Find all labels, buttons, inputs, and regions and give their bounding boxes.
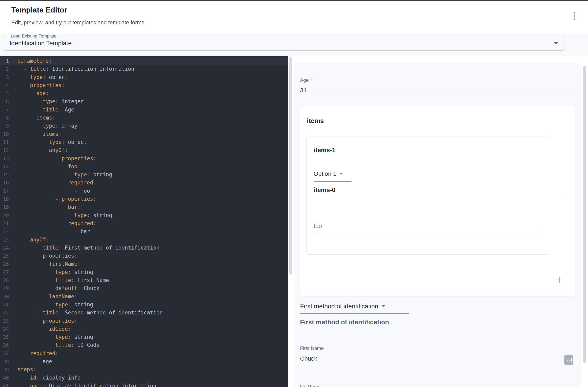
code-line[interactable]: 5 age: (0, 90, 288, 97)
code-line[interactable]: 31 type: string (0, 301, 288, 309)
kebab-menu-icon (574, 12, 575, 14)
code-line[interactable]: 4 properties: (0, 81, 288, 90)
age-field-label: Age * (300, 77, 312, 83)
array-item-title: items-1 (314, 147, 336, 154)
code-line[interactable]: 25 properties: (0, 252, 288, 260)
code-line[interactable]: 40 - id: display-info (0, 374, 288, 382)
code-line[interactable]: 33 properties: (0, 317, 288, 325)
code-line[interactable]: 29 default: Chuck (0, 284, 288, 292)
chevron-down-icon (339, 173, 343, 175)
age-input[interactable] (300, 85, 576, 96)
code-line[interactable]: 23 anyOf: (0, 236, 288, 244)
code-line[interactable]: 28 title: First Name (0, 276, 288, 284)
add-item-button[interactable] (554, 274, 565, 285)
page-title: Template Editor (11, 6, 67, 14)
code-line[interactable]: 9 type: array (0, 122, 288, 130)
anyof-option-value: Option 1 (314, 170, 336, 177)
identification-method-underline (300, 313, 409, 314)
code-line[interactable]: 27 type: string (0, 268, 288, 276)
code-line[interactable]: 38 - age (0, 358, 288, 366)
items-card-title: items (307, 117, 324, 125)
code-line[interactable]: 17 - foo (0, 187, 288, 195)
code-line[interactable]: 16 required: (0, 179, 288, 187)
code-line[interactable]: 32 - title: Second method of identificat… (0, 309, 288, 317)
code-line[interactable]: 36 title: ID Code (0, 341, 288, 349)
last-name-label: lastName (300, 384, 320, 387)
editor-scrollbar[interactable] (288, 56, 294, 387)
page-scrollbar-thumb[interactable] (583, 66, 586, 363)
code-line[interactable]: 10 items: (0, 130, 288, 138)
template-editor-page: Template Editor Edit, preview, and try o… (0, 0, 588, 387)
code-line[interactable]: 2 - title: Identification Information (0, 65, 288, 73)
remove-item-button[interactable] (557, 192, 569, 204)
first-name-label: First Name (300, 346, 324, 351)
code-editor-lines: 1parameters:2 - title: Identification In… (0, 57, 288, 387)
code-line[interactable]: 39steps: (0, 366, 288, 374)
yaml-code-editor[interactable]: 1parameters:2 - title: Identification In… (0, 56, 288, 387)
identification-method-heading: First method of identification (300, 318, 389, 326)
load-template-value: Identification Template (9, 40, 72, 47)
code-line[interactable]: 26 firstName: (0, 260, 288, 268)
code-line[interactable]: 15 type: string (0, 171, 288, 179)
code-line[interactable]: 30 lastName: (0, 293, 288, 301)
array-item-card: items-1 Option 1 items-0 (307, 136, 549, 254)
minus-icon (561, 198, 565, 198)
code-line[interactable]: 13 - properties: (0, 155, 288, 163)
code-line[interactable]: 1parameters: (0, 57, 288, 65)
load-template-label: Load Existing Template (9, 34, 58, 39)
code-line[interactable]: 14 foo: (0, 163, 288, 171)
code-line[interactable]: 35 type: string (0, 333, 288, 341)
page-subtitle: Edit, preview, and try out templates and… (11, 19, 144, 26)
code-line[interactable]: 3 type: object (0, 73, 288, 81)
identification-method-value: First method of identification (300, 303, 378, 310)
items-array-card: items items-1 Option 1 items-0 (300, 106, 576, 296)
code-line[interactable]: 6 type: integer (0, 97, 288, 106)
code-line[interactable]: 22 - bar (0, 228, 288, 236)
code-line[interactable]: 37 required: (0, 349, 288, 358)
autofill-icon[interactable] (564, 355, 573, 365)
code-line[interactable]: 12 anyOf: (0, 146, 288, 155)
load-template-select[interactable]: Load Existing Template Identification Te… (4, 36, 564, 51)
array-item-subtitle: items-0 (314, 186, 336, 194)
code-line[interactable]: 24 - title: First method of identificati… (0, 244, 288, 252)
first-name-input[interactable] (300, 352, 576, 365)
anyof-option-select[interactable]: Option 1 (314, 170, 343, 178)
anyof-option-underline (314, 181, 352, 182)
code-line[interactable]: 20 type: string (0, 212, 288, 219)
kebab-menu-button[interactable] (569, 11, 579, 21)
code-line[interactable]: 19 bar: (0, 203, 288, 211)
code-line[interactable]: 21 required: (0, 219, 288, 228)
code-line[interactable]: 8 items: (0, 114, 288, 122)
code-line[interactable]: 11 type: object (0, 138, 288, 146)
foo-input[interactable] (314, 220, 543, 232)
code-line[interactable]: 34 idCode: (0, 325, 288, 333)
editor-scrollbar-thumb[interactable] (289, 57, 292, 275)
chevron-down-icon (381, 305, 385, 307)
code-line[interactable]: 18 - properties: (0, 195, 288, 203)
form-preview-panel: Age * items items-1 Option 1 items-0 (294, 63, 582, 387)
code-line[interactable]: 41 name: Display Identification Informat… (0, 382, 288, 387)
code-line[interactable]: 7 title: Age (0, 106, 288, 114)
chevron-down-icon (554, 42, 558, 44)
identification-method-select[interactable]: First method of identification (300, 302, 385, 311)
page-header: Template Editor Edit, preview, and try o… (0, 1, 588, 33)
template-loader-section: Load Existing Template Identification Te… (0, 33, 588, 56)
